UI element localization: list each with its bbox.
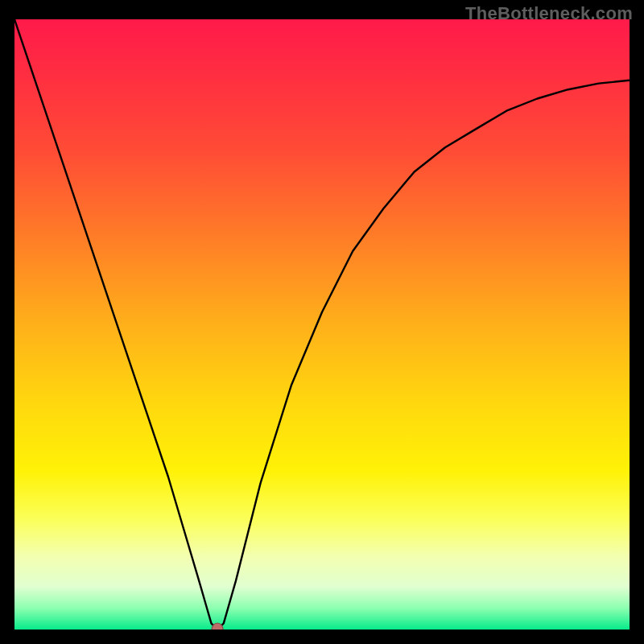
watermark-text: TheBottleneck.com <box>465 3 633 24</box>
chart-frame: TheBottleneck.com <box>0 0 644 644</box>
gradient-background <box>14 19 630 630</box>
bottleneck-chart <box>14 19 630 630</box>
plot-area <box>14 19 630 630</box>
